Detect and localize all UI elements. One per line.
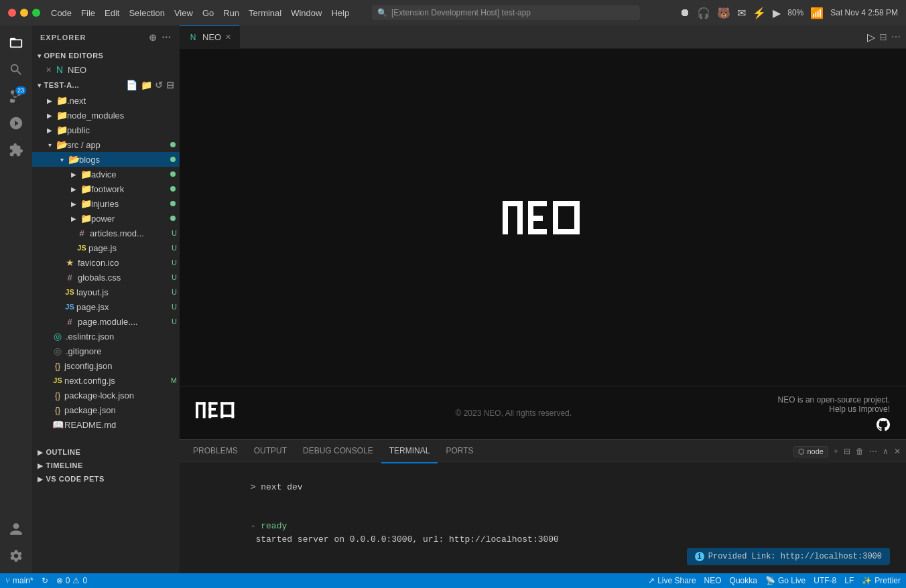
- globals-css-badge: U: [172, 273, 177, 281]
- tree-item-favicon[interactable]: ★ favicon.ico U: [32, 255, 180, 270]
- test-app-section[interactable]: ▾ TEST-A... 📄 📁 ↺ ⊟: [32, 77, 180, 93]
- menu-terminal[interactable]: Terminal: [249, 8, 281, 18]
- more-options-icon[interactable]: ⋯: [161, 32, 172, 43]
- vs-code-pets-section[interactable]: ▶ VS CODE PETS: [32, 472, 180, 486]
- line-ending-status[interactable]: LF: [844, 576, 854, 585]
- quokka-status[interactable]: Quokka: [730, 576, 757, 585]
- animal-icon[interactable]: 🐻: [717, 7, 730, 19]
- tree-item-eslintrc[interactable]: ◎ .eslintrc.json: [32, 329, 180, 344]
- split-editor-icon[interactable]: ⊟: [879, 31, 887, 42]
- mail-icon[interactable]: ✉: [737, 7, 746, 19]
- tree-item-power[interactable]: ▶ 📁 power: [32, 211, 180, 226]
- terminal-more-icon[interactable]: ⋯: [869, 447, 877, 456]
- open-editors-section[interactable]: ▾ OPEN EDITORS: [32, 49, 180, 62]
- output-tab[interactable]: OUTPUT: [246, 440, 295, 463]
- menu-file[interactable]: File: [81, 8, 95, 18]
- tree-item-gitignore[interactable]: ◎ .gitignore: [32, 344, 180, 358]
- tree-item-blogs[interactable]: ▾ 📂 blogs: [32, 152, 180, 167]
- command-palette[interactable]: 🔍 [Extension Development Host] test-app: [372, 5, 640, 20]
- wifi-icon[interactable]: 📶: [810, 7, 824, 19]
- menu-go[interactable]: Go: [202, 8, 214, 18]
- close-neo-icon[interactable]: ✕: [46, 66, 52, 74]
- menu-code[interactable]: Code: [51, 8, 72, 18]
- terminal-tab[interactable]: TERMINAL: [381, 440, 438, 463]
- tab-bar-more-icon[interactable]: ⋯: [891, 31, 901, 42]
- live-share-status[interactable]: ↗ Live Share: [648, 576, 696, 585]
- branch-status[interactable]: ⑂ main*: [5, 576, 34, 585]
- open-editor-neo[interactable]: ✕ N NEO: [32, 62, 180, 77]
- fullscreen-window-button[interactable]: [32, 9, 40, 17]
- go-live-status[interactable]: 📡 Go Live: [765, 576, 805, 585]
- tree-item-readme[interactable]: 📖 README.md: [32, 417, 180, 432]
- menu-selection[interactable]: Selection: [129, 8, 164, 18]
- favicon-icon: ★: [64, 257, 75, 268]
- close-window-button[interactable]: [8, 9, 16, 17]
- favicon-badge: U: [172, 259, 177, 267]
- github-icon[interactable]: [877, 418, 890, 431]
- neo-status[interactable]: NEO: [704, 576, 722, 585]
- footer-cta: Help us Improve!: [778, 405, 890, 414]
- source-control-activity-icon[interactable]: 23: [4, 84, 28, 108]
- menu-view[interactable]: View: [174, 8, 193, 18]
- add-terminal-icon[interactable]: +: [834, 447, 838, 456]
- tree-item-package-json[interactable]: {} package.json: [32, 402, 180, 417]
- new-folder-explorer-icon[interactable]: 📁: [141, 80, 153, 90]
- encoding-status[interactable]: UTF-8: [814, 576, 836, 585]
- tree-item-public[interactable]: ▶ 📁 public: [32, 123, 180, 137]
- refresh-explorer-icon[interactable]: ↺: [155, 80, 164, 90]
- record-icon[interactable]: ⏺: [680, 7, 690, 19]
- tree-item-next[interactable]: ▶ 📁 .next: [32, 93, 180, 108]
- neo-tab[interactable]: N NEO ✕: [180, 25, 240, 48]
- explorer-activity-icon[interactable]: [4, 31, 28, 55]
- line-ending-label: LF: [844, 576, 854, 585]
- new-file-icon[interactable]: ⊕: [149, 32, 157, 43]
- collapse-all-explorer-icon[interactable]: ⊟: [166, 80, 175, 90]
- outline-section[interactable]: ▶ OUTLINE: [32, 445, 180, 459]
- headphone-icon[interactable]: 🎧: [697, 7, 710, 19]
- tree-item-page-module[interactable]: # page.module.... U: [32, 314, 180, 329]
- localhost-tooltip[interactable]: i Provided Link: http://localhost:3000: [687, 548, 890, 565]
- timeline-label: TIMELINE: [46, 461, 83, 469]
- new-file-explorer-icon[interactable]: 📄: [126, 80, 138, 90]
- tree-item-layout-js[interactable]: JS layout.js U: [32, 285, 180, 299]
- tree-item-node-modules[interactable]: ▶ 📁 node_modules: [32, 108, 180, 123]
- menu-window[interactable]: Window: [291, 8, 322, 18]
- menu-edit[interactable]: Edit: [105, 8, 119, 18]
- minimize-window-button[interactable]: [20, 9, 28, 17]
- problems-tab[interactable]: PROBLEMS: [185, 440, 246, 463]
- extensions-activity-icon[interactable]: [4, 138, 28, 162]
- tree-item-page-js-blogs[interactable]: JS page.js U: [32, 240, 180, 255]
- tree-item-src-app[interactable]: ▾ 📂 src / app: [32, 137, 180, 152]
- bluetooth-icon[interactable]: ⚡: [753, 7, 766, 19]
- ports-tab[interactable]: PORTS: [438, 440, 481, 463]
- timeline-section[interactable]: ▶ TIMELINE: [32, 459, 180, 472]
- tree-item-footwork[interactable]: ▶ 📁 footwork: [32, 181, 180, 196]
- settings-activity-icon[interactable]: [4, 544, 28, 568]
- account-activity-icon[interactable]: [4, 517, 28, 541]
- tree-item-advice[interactable]: ▶ 📁 advice: [32, 167, 180, 181]
- errors-status[interactable]: ⊗ 0 ⚠ 0: [56, 576, 87, 585]
- menu-help[interactable]: Help: [331, 8, 349, 18]
- sync-status[interactable]: ↻: [42, 576, 48, 585]
- run-debug-activity-icon[interactable]: [4, 111, 28, 135]
- neo-tab-close[interactable]: ✕: [225, 33, 231, 42]
- split-terminal-icon[interactable]: ⊟: [844, 447, 850, 456]
- run-preview-icon[interactable]: ▷: [867, 31, 875, 44]
- search-activity-icon[interactable]: [4, 58, 28, 82]
- debug-console-tab[interactable]: DEBUG CONSOLE: [295, 440, 381, 463]
- tree-item-globals-css[interactable]: # globals.css U: [32, 270, 180, 285]
- play-icon[interactable]: ▶: [773, 7, 781, 19]
- terminal-close-icon[interactable]: ✕: [894, 447, 901, 456]
- tree-item-page-jsx[interactable]: JS page.jsx U: [32, 299, 180, 314]
- menu-run[interactable]: Run: [223, 8, 239, 18]
- tree-item-articles-mod[interactable]: # articles.mod... U: [32, 226, 180, 240]
- activity-bar-bottom: [4, 517, 28, 573]
- tree-item-next-config[interactable]: JS next.config.js M: [32, 373, 180, 388]
- tree-item-injuries[interactable]: ▶ 📁 injuries: [32, 196, 180, 211]
- delete-terminal-icon[interactable]: 🗑: [856, 447, 864, 456]
- terminal-tab-bar: PROBLEMS OUTPUT DEBUG CONSOLE TERMINAL P…: [180, 440, 906, 463]
- tree-item-jsconfig[interactable]: {} jsconfig.json: [32, 358, 180, 373]
- tree-item-package-lock[interactable]: {} package-lock.json: [32, 388, 180, 402]
- prettier-status[interactable]: ✨ Prettier: [862, 576, 901, 585]
- terminal-maximize-icon[interactable]: ∧: [883, 447, 889, 456]
